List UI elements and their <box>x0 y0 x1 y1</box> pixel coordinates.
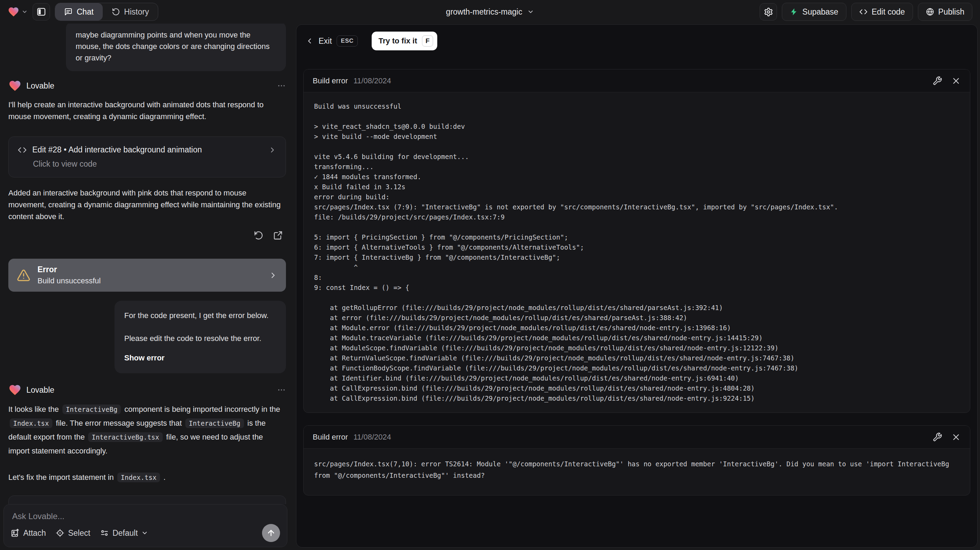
assistant-fix-text-2: Let's fix the import statement in Index.… <box>8 470 286 485</box>
user-message-line: Please edit the code to resolve the erro… <box>124 333 276 344</box>
topbar: Chat History growth-metrics-magic S <box>0 0 980 24</box>
edit-code-label: Edit code <box>872 7 905 17</box>
sliders-icon <box>100 528 109 537</box>
close-icon[interactable] <box>951 432 961 442</box>
chevron-right-icon <box>269 271 278 280</box>
workspace-header: Exit ESC Try to fix it F <box>296 25 977 55</box>
error-workspace-panel: Exit ESC Try to fix it F Build error 11/… <box>296 24 978 548</box>
assistant-result-text: Added an interactive background with pin… <box>8 187 286 223</box>
ask-lovable-input[interactable] <box>12 512 278 525</box>
chat-panel: maybe diagramming points and when you mo… <box>0 24 294 550</box>
supabase-button[interactable]: Supabase <box>782 3 846 21</box>
select-label: Select <box>68 528 90 538</box>
edit-28-card[interactable]: Edit #28 • Add interactive background an… <box>8 137 286 177</box>
model-label: Default <box>113 528 138 538</box>
build-error-card[interactable]: Error Build unsuccessful <box>8 259 286 292</box>
warning-triangle-icon <box>17 268 30 282</box>
tab-history[interactable]: History <box>103 3 158 21</box>
open-preview-icon[interactable] <box>270 228 286 243</box>
error-card-title: Error <box>38 265 101 274</box>
close-icon[interactable] <box>951 76 961 86</box>
restore-icon[interactable] <box>251 228 267 243</box>
attach-label: Attach <box>23 528 46 538</box>
user-message: maybe diagramming points and when you mo… <box>66 24 286 71</box>
send-button[interactable] <box>262 524 280 542</box>
build-error-log: Build was unsuccessful > vite_react_shad… <box>304 92 970 413</box>
edit-code-button[interactable]: Edit code <box>851 3 913 21</box>
assistant-header: Lovable <box>8 78 286 93</box>
attach-image-icon <box>11 528 20 537</box>
lovable-heart-icon <box>8 6 19 18</box>
build-error-title: Build error <box>313 433 348 442</box>
chat-input-box: Attach Select Default <box>3 504 287 547</box>
try-to-fix-button[interactable]: Try to fix it F <box>372 32 437 50</box>
supabase-label: Supabase <box>802 7 838 17</box>
build-error-log: src/pages/Index.tsx(7,10): error TS2614:… <box>304 449 970 495</box>
chevron-down-icon <box>141 529 148 536</box>
chat-history-tabs: Chat History <box>55 3 158 21</box>
esc-key-badge: ESC <box>337 35 358 46</box>
show-error-link[interactable]: Show error <box>124 352 276 363</box>
exit-label: Exit <box>318 37 332 46</box>
build-error-date: 11/08/2024 <box>353 433 391 442</box>
supabase-bolt-icon <box>790 8 798 16</box>
f-key-badge: F <box>422 35 433 46</box>
history-icon <box>112 8 120 16</box>
assistant-intro-text: I'll help create an interactive backgrou… <box>8 99 286 123</box>
lovable-logo-menu[interactable] <box>8 6 28 18</box>
build-error-header: Build error 11/08/2024 <box>304 69 970 92</box>
message-actions <box>8 228 286 243</box>
build-error-date: 11/08/2024 <box>353 77 391 85</box>
tab-history-label: History <box>124 7 149 17</box>
more-options-icon[interactable] <box>277 386 286 394</box>
assistant-name: Lovable <box>26 81 54 91</box>
code-brackets-icon <box>18 145 27 155</box>
more-options-icon[interactable] <box>277 81 286 90</box>
gear-icon <box>764 7 773 17</box>
publish-button[interactable]: Publish <box>918 3 972 21</box>
publish-label: Publish <box>939 7 964 17</box>
lovable-avatar <box>8 383 22 397</box>
build-error-panel-2: Build error 11/08/2024 src/pages/Index.t… <box>303 426 970 496</box>
tab-chat[interactable]: Chat <box>55 3 103 21</box>
chat-messages: maybe diagramming points and when you mo… <box>0 24 294 504</box>
tab-chat-label: Chat <box>77 7 94 17</box>
edit-29-card[interactable]: Edit #29 • Fix import error for Interact… <box>8 496 286 504</box>
user-message-line: For the code present, I get the error be… <box>124 311 276 321</box>
edit-28-title: Edit #28 • Add interactive background an… <box>32 145 202 155</box>
wrench-icon[interactable] <box>932 432 942 442</box>
assistant-header: Lovable <box>8 382 286 398</box>
chevron-down-icon <box>22 9 28 15</box>
assistant-name: Lovable <box>26 386 54 395</box>
try-to-fix-label: Try to fix it <box>379 37 417 46</box>
attach-button[interactable]: Attach <box>11 528 46 538</box>
panel-left-icon <box>37 7 46 17</box>
chat-bubble-icon <box>64 8 73 16</box>
chevron-down-icon <box>527 8 534 15</box>
project-name: growth-metrics-magic <box>446 7 522 17</box>
user-message: For the code present, I get the error be… <box>115 301 286 373</box>
model-selector[interactable]: Default <box>100 528 148 538</box>
settings-button[interactable] <box>760 3 777 21</box>
build-error-title: Build error <box>313 77 348 85</box>
wrench-icon[interactable] <box>932 76 942 86</box>
build-error-panel-1: Build error 11/08/2024 Build was unsucce… <box>303 69 970 413</box>
build-error-header: Build error 11/08/2024 <box>304 426 970 449</box>
lovable-avatar <box>8 79 22 92</box>
arrow-up-icon <box>267 528 275 537</box>
globe-icon <box>926 8 934 16</box>
assistant-fix-text: It looks like the InteractiveBg componen… <box>8 402 286 458</box>
edit-28-subtitle: Click to view code <box>33 159 277 169</box>
exit-button[interactable]: Exit ESC <box>305 35 358 46</box>
project-switcher[interactable]: growth-metrics-magic <box>446 7 534 17</box>
select-button[interactable]: Select <box>56 528 90 538</box>
code-brackets-icon <box>859 8 867 16</box>
chevron-left-icon <box>305 37 314 45</box>
chevron-right-icon <box>268 146 277 154</box>
select-target-icon <box>56 528 65 537</box>
sidebar-toggle-button[interactable] <box>33 3 50 21</box>
error-card-subtitle: Build unsuccessful <box>38 276 101 285</box>
